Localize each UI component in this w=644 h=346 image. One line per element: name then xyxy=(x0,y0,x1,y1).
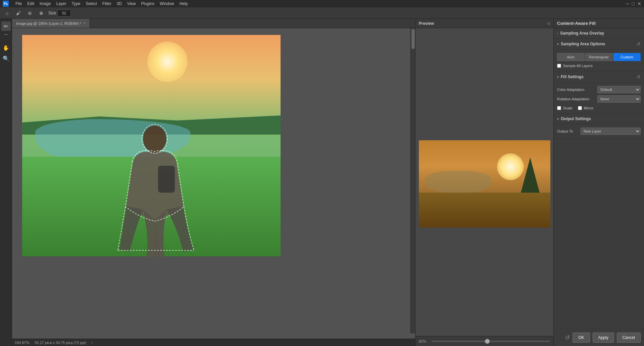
main-area: ✏ ⌒ ✋ 🔍 Image.jpg @ 195% (Layer-1, RGB/8… xyxy=(0,19,644,346)
output-settings-chevron: ▾ xyxy=(557,117,559,121)
sampling-overlay-chevron: › xyxy=(557,32,558,35)
output-to-label: Output To xyxy=(557,129,581,133)
menu-plugins[interactable]: Plugins xyxy=(141,1,154,6)
close-icon[interactable]: ✕ xyxy=(637,1,641,6)
sampling-options-content: Auto Rectangular Custom Sample All Layer… xyxy=(554,50,644,71)
reset-button[interactable]: ↺ xyxy=(565,334,570,341)
menu-edit[interactable]: Edit xyxy=(27,1,34,6)
bottom-buttons: ↺ OK Apply Cancel xyxy=(554,329,644,346)
mirror-label: Mirror xyxy=(584,106,594,110)
color-adaptation-row: Color Adaptation None Default High Very … xyxy=(557,86,641,93)
preview-image xyxy=(419,140,550,228)
output-settings-title: Output Settings xyxy=(561,116,641,121)
apply-button[interactable]: Apply xyxy=(593,333,614,343)
canvas-viewport[interactable] xyxy=(12,28,415,339)
menu-view[interactable]: View xyxy=(127,1,136,6)
preview-panel: Preview ≡ 82% xyxy=(415,19,553,346)
canvas-tab[interactable]: Image.jpg @ 195% (Layer-1, RGB/8#) * × xyxy=(12,19,90,28)
panel-menu-icon[interactable]: ≡ xyxy=(547,21,550,26)
window-controls: ─ □ ✕ xyxy=(626,1,641,6)
sun-element xyxy=(147,42,188,82)
app-icon: Ps xyxy=(3,1,9,7)
rotation-adaptation-label: Rotation Adaptation xyxy=(557,97,597,101)
home-button[interactable]: ⌂ xyxy=(3,9,11,17)
fill-settings-chevron: ▾ xyxy=(557,75,559,79)
sampling-options-header[interactable]: ▾ Sampling Area Options ↺ xyxy=(554,39,644,50)
menu-type[interactable]: Type xyxy=(71,1,80,6)
ok-button[interactable]: OK xyxy=(573,333,590,343)
scale-label: Scale xyxy=(563,106,573,110)
size-label: Size xyxy=(48,11,56,15)
output-settings-header[interactable]: ▾ Output Settings xyxy=(554,114,644,124)
sampling-options-reset[interactable]: ↺ xyxy=(637,41,641,47)
mirror-checkbox[interactable] xyxy=(578,106,582,110)
brush-tool[interactable]: 🖌 xyxy=(14,9,23,17)
mirror-row: Mirror xyxy=(578,106,594,110)
tab-title: Image.jpg @ 195% (Layer-1, RGB/8#) * xyxy=(16,21,81,26)
output-to-select[interactable]: Current Layer New Layer Duplicate Layer xyxy=(581,128,641,135)
auto-button[interactable]: Auto xyxy=(557,53,585,61)
canvas-image-container xyxy=(22,35,281,256)
size-input[interactable] xyxy=(57,10,71,16)
rotation-adaptation-select[interactable]: None Low Medium High Full xyxy=(597,95,641,103)
tab-bar: Image.jpg @ 195% (Layer-1, RGB/8#) * × xyxy=(12,19,415,28)
menu-filter[interactable]: Filter xyxy=(102,1,111,6)
sampling-options-title: Sampling Area Options xyxy=(561,42,637,46)
status-bar: 194.87% 52.17 pica x 34.75 pica (72 ppi)… xyxy=(12,339,415,346)
preview-water xyxy=(425,171,491,193)
output-to-row: Output To Current Layer New Layer Duplic… xyxy=(557,128,641,135)
tab-close-button[interactable]: × xyxy=(83,21,86,26)
zoom-thumb[interactable] xyxy=(485,339,490,344)
lasso-tool-button[interactable]: ⌒ xyxy=(1,32,11,42)
sampling-overlay-header[interactable]: › Sampling Area Overlay xyxy=(554,28,644,39)
rectangular-button[interactable]: Rectangular xyxy=(585,53,613,61)
preview-zoom-bar: 82% xyxy=(415,336,553,346)
zoom-tool-button[interactable]: 🔍 xyxy=(1,54,11,63)
color-adaptation-label: Color Adaptation xyxy=(557,88,597,92)
sample-all-layers-row: Sample All Layers xyxy=(557,64,641,68)
person-selection-svg xyxy=(103,122,217,256)
canvas-image xyxy=(22,35,281,256)
preview-grass xyxy=(419,193,550,228)
menu-layer[interactable]: Layer xyxy=(56,1,66,6)
scale-checkbox[interactable] xyxy=(557,106,561,110)
menu-select[interactable]: Select xyxy=(86,1,97,6)
cancel-button[interactable]: Cancel xyxy=(617,333,641,343)
toolbar: ⌂ 🖌 ⊖ ⊕ Size xyxy=(0,7,644,19)
fill-settings-header[interactable]: ▾ Fill Settings ↺ xyxy=(554,71,644,83)
content-aware-fill-title: Content-Aware Fill xyxy=(554,19,644,28)
canvas-area: Image.jpg @ 195% (Layer-1, RGB/8#) * × xyxy=(12,19,415,346)
menu-image[interactable]: Image xyxy=(40,1,51,6)
custom-button[interactable]: Custom xyxy=(613,53,641,61)
color-adaptation-select[interactable]: None Default High Very High xyxy=(597,86,641,93)
zoom-slider[interactable] xyxy=(432,341,550,342)
menu-file[interactable]: File xyxy=(15,1,22,6)
subtract-selection[interactable]: ⊖ xyxy=(26,9,34,17)
zoom-level: 194.87% xyxy=(15,341,29,345)
preview-image-container xyxy=(415,28,553,336)
vertical-scrollbar[interactable] xyxy=(410,28,415,333)
svg-rect-2 xyxy=(158,166,175,193)
menu-3d[interactable]: 3D xyxy=(116,1,121,6)
add-selection[interactable]: ⊕ xyxy=(37,9,46,17)
fill-settings-reset[interactable]: ↺ xyxy=(637,74,641,80)
preview-header: Preview ≡ xyxy=(415,19,553,28)
scroll-thumb[interactable] xyxy=(411,29,415,49)
fill-settings-content: Color Adaptation None Default High Very … xyxy=(554,83,644,114)
sample-all-layers-checkbox[interactable] xyxy=(557,64,561,68)
menu-window[interactable]: Window xyxy=(160,1,174,6)
svg-point-1 xyxy=(143,126,166,152)
scale-row: Scale xyxy=(557,106,573,110)
brush-tool-button[interactable]: ✏ xyxy=(1,21,11,31)
minimize-icon[interactable]: ─ xyxy=(626,1,629,6)
sampling-overlay-title: Sampling Area Overlay xyxy=(560,31,641,36)
sampling-options-chevron: ▾ xyxy=(557,42,559,46)
menu-help[interactable]: Help xyxy=(180,1,188,6)
left-toolbar: ✏ ⌒ ✋ 🔍 xyxy=(0,19,12,346)
rotation-adaptation-row: Rotation Adaptation None Low Medium High… xyxy=(557,95,641,103)
info-arrow[interactable]: › xyxy=(92,341,93,345)
selection-area xyxy=(103,122,217,256)
hand-tool-button[interactable]: ✋ xyxy=(1,43,11,52)
sampling-mode-buttons: Auto Rectangular Custom xyxy=(557,53,641,61)
maximize-icon[interactable]: □ xyxy=(632,1,635,6)
